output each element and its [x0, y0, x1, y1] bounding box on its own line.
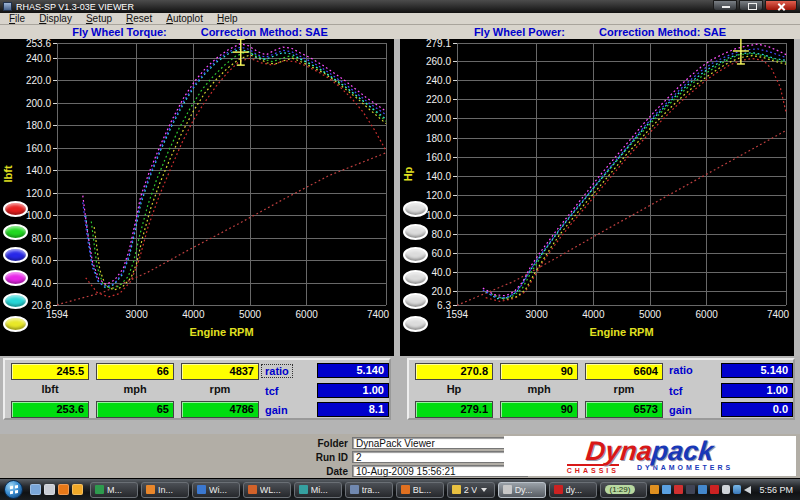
- taskbar-button-1[interactable]: In...: [141, 482, 189, 498]
- y-tick-label: 60.0: [432, 248, 452, 259]
- network-icon[interactable]: [733, 485, 741, 494]
- series-run-yellow: [494, 56, 786, 300]
- minimize-button[interactable]: [713, 0, 737, 11]
- firefox-icon[interactable]: [58, 484, 69, 495]
- y-axis-title: Hp: [402, 166, 414, 181]
- messenger-icon[interactable]: [72, 484, 83, 495]
- y-tick-label: 279.1: [426, 39, 451, 49]
- app-icon: [350, 485, 359, 494]
- phone-icon[interactable]: [722, 485, 730, 494]
- power-max-rpm: 6573: [585, 401, 663, 418]
- taskbar-button-6[interactable]: BL...: [396, 482, 444, 498]
- torque-unit-label: lbft: [11, 383, 89, 395]
- y-tick-label: 180.0: [26, 120, 51, 131]
- trace-button-6[interactable]: [403, 316, 428, 332]
- series-run-magenta: [483, 44, 786, 296]
- trace-button-5[interactable]: [403, 293, 428, 309]
- trace-button-magenta[interactable]: [3, 270, 28, 286]
- menu-autoplot[interactable]: Autoplot: [159, 13, 210, 24]
- app-icon: [197, 485, 206, 494]
- ratio-field[interactable]: 5.140: [721, 363, 793, 378]
- menu-setup[interactable]: Setup: [79, 13, 119, 24]
- trace-button-red[interactable]: [3, 201, 28, 217]
- y-tick-label: 220.0: [426, 94, 451, 105]
- menu-help[interactable]: Help: [210, 13, 245, 24]
- tray-icon-2[interactable]: [662, 485, 671, 494]
- trace-button-blue[interactable]: [3, 247, 28, 263]
- date-field[interactable]: 10-Aug-2009 15:56:21: [352, 465, 528, 477]
- x-tick-label: 6000: [696, 309, 719, 320]
- tray-icon-4[interactable]: [686, 485, 695, 494]
- trace-button-yellow[interactable]: [3, 316, 28, 332]
- taskbar-button-2[interactable]: Wi...: [192, 482, 240, 498]
- info-strip: Folder DynaPack Viewer Run ID 2 Date 10-…: [0, 434, 800, 478]
- torque-title: Fly Wheel Torque:: [72, 26, 167, 38]
- gain-field[interactable]: 8.1: [317, 402, 389, 417]
- taskbar-button-9[interactable]: dy...: [549, 482, 597, 498]
- y-tick-label: 253.6: [26, 39, 51, 49]
- task-buttons: M... In... Wi... WL... Mi... tra... BL..…: [90, 482, 647, 498]
- maximize-button[interactable]: [739, 0, 763, 11]
- ratio-field[interactable]: 5.140: [317, 363, 389, 378]
- y-tick-label: 120.0: [26, 188, 51, 199]
- chevron-down-icon: [481, 488, 487, 492]
- trace-button-1[interactable]: [403, 201, 428, 217]
- menu-reset[interactable]: Reset: [119, 13, 159, 24]
- trace-button-green[interactable]: [3, 224, 28, 240]
- tray-icon-1[interactable]: [650, 485, 659, 494]
- tcf-field[interactable]: 1.00: [317, 383, 389, 398]
- taskbar-button-5[interactable]: tra...: [345, 482, 393, 498]
- readout-strip: 245.5 66 4837 lbft mph rpm 253.6 65 4786…: [0, 356, 800, 434]
- menu-display[interactable]: Display: [32, 13, 79, 24]
- folder-field[interactable]: DynaPack Viewer: [352, 437, 528, 449]
- volume-icon[interactable]: [744, 486, 751, 494]
- run-id-field[interactable]: 2: [352, 451, 528, 463]
- x-tick-label: 7400: [367, 309, 390, 320]
- app-icon: [299, 485, 308, 494]
- series-run-cyan: [86, 49, 386, 288]
- taskbar-clock[interactable]: 5:56 PM: [759, 485, 793, 495]
- windows-flag-icon: [10, 486, 13, 489]
- show-desktop-icon[interactable]: [30, 484, 41, 495]
- trace-button-cyan[interactable]: [3, 293, 28, 309]
- tray-icon-6[interactable]: [710, 485, 719, 494]
- date-label: Date: [296, 466, 348, 477]
- tray-icon-3[interactable]: [674, 485, 683, 494]
- x-tick-label: 7400: [767, 309, 790, 320]
- power-cursor-mph: 90: [500, 363, 578, 380]
- start-button[interactable]: [4, 480, 23, 499]
- y-tick-label: 20.0: [432, 286, 452, 297]
- tcf-field[interactable]: 1.00: [721, 383, 793, 398]
- y-tick-label: 40.0: [32, 278, 52, 289]
- quick-launch-bar: [30, 484, 83, 495]
- trace-button-2[interactable]: [403, 224, 428, 240]
- pdf-icon: [554, 485, 563, 494]
- taskbar-button-3[interactable]: WL...: [243, 482, 291, 498]
- torque-chart[interactable]: 253.6240.0220.0200.0180.0160.0140.0120.0…: [0, 39, 394, 356]
- trace-button-4[interactable]: [403, 270, 428, 286]
- y-tick-label: 60.0: [32, 255, 52, 266]
- taskbar-button-8[interactable]: Dy...: [498, 482, 546, 498]
- power-chart[interactable]: 279.1260.0240.0220.0200.0180.0160.0140.0…: [400, 39, 794, 356]
- x-tick-label: 4000: [582, 309, 605, 320]
- taskbar-button-4[interactable]: Mi...: [294, 482, 342, 498]
- trace-button-3[interactable]: [403, 247, 428, 263]
- y-tick-label: 240.0: [26, 53, 51, 64]
- series-reference-line: [457, 131, 786, 306]
- app-icon: [146, 485, 155, 494]
- tray-icon-5[interactable]: [698, 485, 707, 494]
- power-chart-panel: 279.1260.0240.0220.0200.0180.0160.0140.0…: [400, 39, 794, 356]
- menu-file[interactable]: File: [2, 13, 32, 24]
- mph-unit-label: mph: [500, 383, 578, 395]
- taskbar-button-7[interactable]: 2 V: [447, 482, 495, 498]
- gain-field[interactable]: 0.0: [721, 402, 793, 417]
- window-switcher-icon[interactable]: [44, 484, 55, 495]
- close-button[interactable]: [765, 0, 797, 11]
- logo-word-red: Dyna: [585, 436, 654, 466]
- chart-right-edge: [794, 39, 800, 356]
- series-run-red: [486, 59, 786, 302]
- y-tick-label: 220.0: [26, 75, 51, 86]
- torque-header: Fly Wheel Torque: Correction Method: SAE: [0, 25, 400, 39]
- taskbar-button-0[interactable]: M...: [90, 482, 138, 498]
- taskbar-timer-button[interactable]: (1:29): [600, 482, 648, 498]
